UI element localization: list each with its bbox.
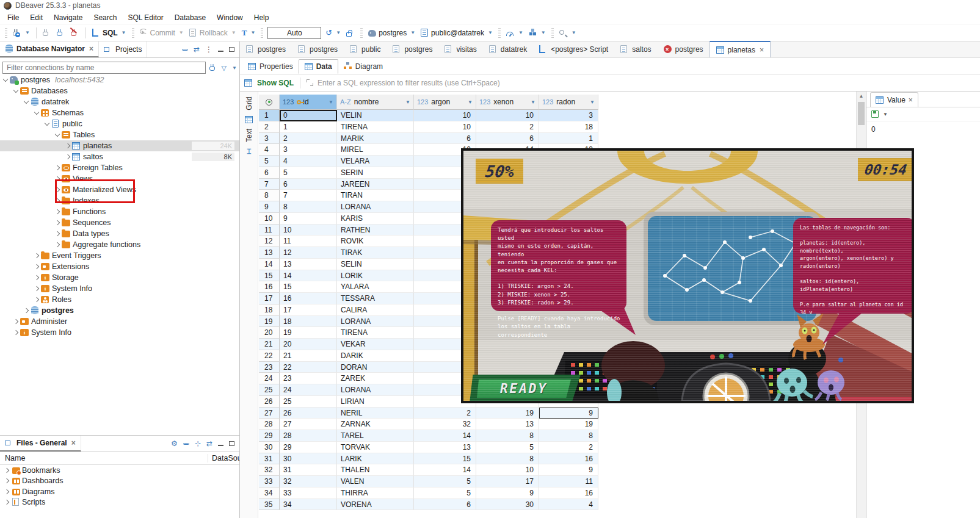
editor-tab-public[interactable]: public — [344, 41, 387, 57]
chevron-right-icon[interactable] — [55, 220, 60, 225]
cell-radon[interactable]: 11 — [539, 476, 598, 487]
cell-nombre[interactable]: THIRRA — [337, 487, 414, 499]
disconnect-button[interactable] — [70, 27, 81, 38]
reconnect-button[interactable] — [56, 27, 67, 38]
tree-item-schemas[interactable]: Schemas — [0, 107, 239, 118]
menu-item-database[interactable]: Database — [170, 12, 211, 24]
menu-item-help[interactable]: Help — [249, 12, 274, 24]
menu-item-search[interactable]: Search — [89, 12, 122, 24]
cell-id[interactable]: 26 — [280, 408, 337, 419]
cell-radon[interactable]: 4 — [539, 499, 598, 511]
cell-nombre[interactable]: TORVAK — [337, 442, 414, 453]
cell-nombre[interactable]: LORANA — [337, 384, 414, 396]
files-item-bookmarks[interactable]: Bookmarks — [0, 465, 239, 476]
tree-item-tables[interactable]: Tables — [0, 129, 239, 140]
files-item-dashboards[interactable]: Dashboards — [0, 476, 239, 487]
filter-caret-icon[interactable]: ▼ — [232, 65, 237, 71]
cell-nombre[interactable]: TESSARA — [337, 293, 414, 304]
cell-id[interactable]: 8 — [280, 201, 337, 213]
row-number-cell[interactable]: 16 — [259, 281, 280, 293]
transaction-history-button[interactable]: ↺▼ — [324, 27, 342, 38]
transaction-log-button[interactable]: T▼ — [241, 27, 257, 38]
active-connection-combo[interactable]: postgres▼ — [367, 27, 416, 38]
cell-nombre[interactable]: KARIS — [337, 213, 414, 225]
row-number-cell[interactable]: 3 — [259, 133, 280, 145]
dashboard-button[interactable]: ▼ — [505, 27, 524, 38]
editor-tab-postgres[interactable]: postgres — [387, 41, 438, 57]
gear-icon[interactable]: ⚙ — [171, 439, 178, 448]
search-button[interactable]: ▼ — [558, 27, 578, 38]
row-number-cell[interactable]: 25 — [259, 384, 280, 396]
tree-item-storage[interactable]: Storage — [0, 272, 239, 283]
cell-id[interactable]: 32 — [280, 476, 337, 487]
row-number-cell[interactable]: 27 — [259, 408, 280, 419]
files-item-diagrams[interactable]: Diagrams — [0, 486, 239, 497]
cell-nombre[interactable]: SELIN — [337, 259, 414, 270]
row-number-cell[interactable]: 4 — [259, 144, 280, 156]
row-number-cell[interactable]: 8 — [259, 190, 280, 201]
cell-id[interactable]: 18 — [280, 316, 337, 328]
menu-item-window[interactable]: Window — [212, 12, 248, 24]
column-header-argon[interactable]: 123argon▼ — [414, 95, 476, 110]
cell-nombre[interactable]: LORANA — [337, 201, 414, 213]
cell-nombre[interactable]: JAREEN — [337, 179, 414, 190]
cell-nombre[interactable]: RATHEN — [337, 225, 414, 236]
tree-item-foreign-tables[interactable]: Foreign Tables — [0, 162, 239, 173]
cell-nombre[interactable]: TIRAN — [337, 190, 414, 201]
grid-presentation-icon[interactable] — [245, 116, 253, 123]
row-number-cell[interactable]: 7 — [259, 179, 280, 190]
row-number-cell[interactable]: 35 — [259, 499, 280, 511]
tree-item-datatrek[interactable]: datatrek — [0, 96, 239, 107]
cell-id[interactable]: 5 — [280, 167, 337, 179]
row-number-cell[interactable]: 10 — [259, 213, 280, 225]
row-number-cell[interactable]: 14 — [259, 259, 280, 270]
row-number-cell[interactable]: 33 — [259, 476, 280, 487]
cell-argon[interactable]: 15 — [414, 453, 476, 465]
close-icon[interactable]: × — [760, 46, 764, 54]
tree-item-sequences[interactable]: Sequences — [0, 217, 239, 228]
cell-id[interactable]: 11 — [280, 236, 337, 247]
editor-tab--postgres--script[interactable]: <postgres> Script — [533, 41, 614, 57]
row-number-cell[interactable]: 2 — [259, 121, 280, 133]
column-header-id[interactable]: 123id▼ — [280, 95, 337, 110]
chevron-down-icon[interactable] — [34, 109, 39, 114]
ready-button[interactable]: READY — [470, 375, 581, 403]
sort-caret-icon[interactable]: ▼ — [328, 99, 333, 105]
row-number-cell[interactable]: 34 — [259, 487, 280, 499]
save-caret-icon[interactable]: ▼ — [883, 112, 888, 117]
cell-id[interactable]: 33 — [280, 487, 337, 499]
cell-id[interactable]: 19 — [280, 327, 337, 339]
menu-item-edit[interactable]: Edit — [25, 12, 48, 24]
tree-item-public[interactable]: public — [0, 118, 239, 129]
sort-caret-icon[interactable]: ▼ — [531, 99, 535, 105]
cell-id[interactable]: 2 — [280, 133, 337, 145]
chevron-right-icon[interactable] — [34, 286, 39, 291]
row-number-cell[interactable]: 29 — [259, 430, 280, 442]
cell-nombre[interactable]: ZARNAK — [337, 419, 414, 430]
cell-id[interactable]: 24 — [280, 384, 337, 396]
row-number-cell[interactable]: 17 — [259, 293, 280, 304]
cell-nombre[interactable]: LORANA — [337, 316, 414, 328]
cell-nombre[interactable]: VELARA — [337, 156, 414, 167]
cell-argon[interactable]: 6 — [414, 499, 476, 511]
cell-radon[interactable]: 9 — [539, 464, 598, 476]
cell-xenon[interactable]: 13 — [476, 419, 539, 430]
tab-properties[interactable]: Properties — [242, 59, 299, 74]
editor-tab-postgres[interactable]: postgres — [240, 41, 292, 57]
row-number-cell[interactable]: 6 — [259, 167, 280, 179]
cell-id[interactable]: 15 — [280, 281, 337, 293]
sort-caret-icon[interactable]: ▼ — [405, 99, 410, 105]
cell-xenon[interactable]: 30 — [476, 499, 539, 511]
chevron-right-icon[interactable] — [4, 500, 9, 505]
cell-nombre[interactable]: TIRENA — [337, 121, 414, 133]
tab-projects[interactable]: Projects — [99, 41, 147, 57]
tree-item-postgres[interactable]: postgres — [0, 305, 239, 316]
close-icon[interactable]: × — [71, 439, 76, 447]
view-menu-icon[interactable]: ⋮ — [205, 45, 212, 54]
cell-id[interactable]: 27 — [280, 419, 337, 430]
cell-nombre[interactable]: TAREL — [337, 430, 414, 442]
cell-id[interactable]: 1 — [280, 121, 337, 133]
row-number-cell[interactable]: 1 — [259, 110, 280, 121]
editor-tab-planetas[interactable]: planetas× — [710, 41, 771, 57]
cell-nombre[interactable]: VELIN — [337, 110, 414, 121]
